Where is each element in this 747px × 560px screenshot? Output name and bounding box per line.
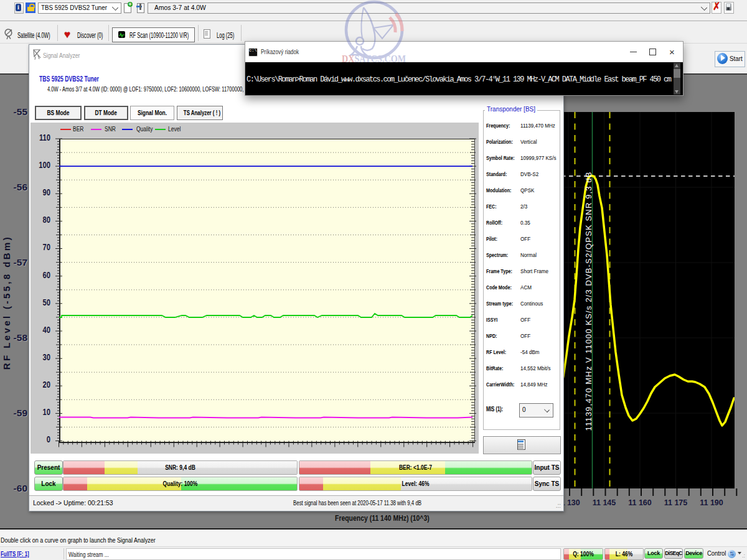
svg-text:DXSATCS.COM: DXSATCS.COM — [342, 54, 406, 64]
